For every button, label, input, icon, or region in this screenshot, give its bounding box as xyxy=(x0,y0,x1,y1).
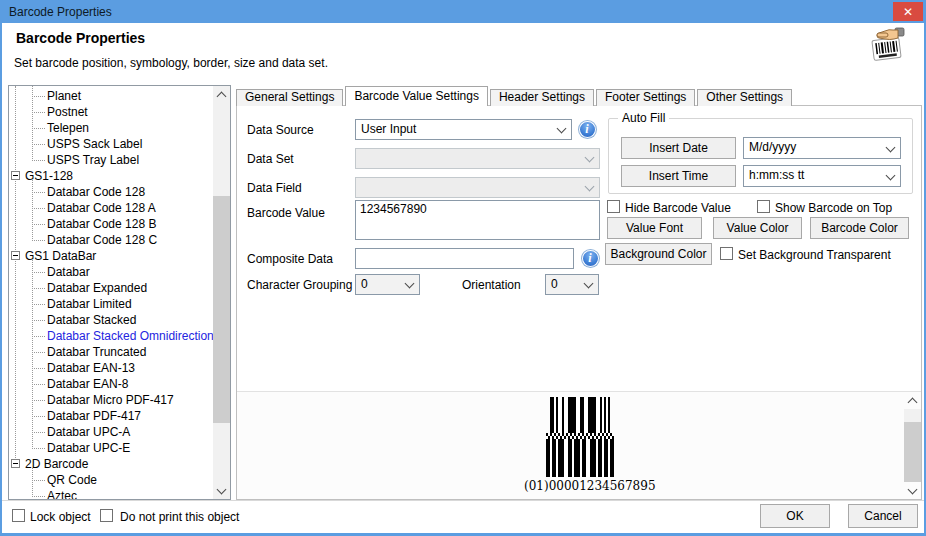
tree-item-databar-code-128[interactable]: Databar Code 128 xyxy=(9,184,213,200)
tab-footer-settings[interactable]: Footer Settings xyxy=(596,89,695,106)
tree-item-databar-upc-a[interactable]: Databar UPC-A xyxy=(9,424,213,440)
hide-barcode-value-checkbox[interactable] xyxy=(607,200,620,213)
tree-connector xyxy=(32,336,45,337)
tree-item-databar[interactable]: Databar xyxy=(9,264,213,280)
preview-scroll-up-icon[interactable] xyxy=(904,392,921,409)
tree-scroll-thumb[interactable] xyxy=(213,196,230,423)
tab-other-settings[interactable]: Other Settings xyxy=(697,89,792,106)
barcode-value-input[interactable] xyxy=(355,200,600,240)
show-barcode-on-top-checkbox[interactable] xyxy=(757,200,770,213)
page-title: Barcode Properties xyxy=(16,30,145,46)
tree-connector xyxy=(32,416,45,417)
barcode-module xyxy=(612,439,614,477)
tab-general-settings[interactable]: General Settings xyxy=(236,89,343,106)
tree-item-gs1-128[interactable]: GS1-128 xyxy=(9,168,213,184)
tree-item-telepen[interactable]: Telepen xyxy=(9,120,213,136)
tab-header-settings[interactable]: Header Settings xyxy=(490,89,594,106)
preview-scroll-thumb[interactable] xyxy=(904,422,921,485)
tree-collapse-icon[interactable] xyxy=(11,171,20,180)
tree-item-label: QR Code xyxy=(47,472,97,488)
barcode-top-row xyxy=(550,397,610,433)
tree-connector xyxy=(32,432,45,433)
tree-item-databar-limited[interactable]: Databar Limited xyxy=(9,296,213,312)
time-format-select[interactable]: h:mm:ss tt xyxy=(743,165,901,187)
tree-connector xyxy=(32,352,45,353)
background-color-button[interactable]: Background Color xyxy=(605,243,712,265)
data-source-info-icon[interactable]: i xyxy=(577,119,597,139)
tree-collapse-icon[interactable] xyxy=(11,251,20,260)
footer-bar: Lock object Do not print this object OK … xyxy=(2,500,924,533)
preview-scroll-down-icon[interactable] xyxy=(904,482,921,499)
tree-item-label: Databar xyxy=(47,264,90,280)
hide-barcode-value-label: Hide Barcode Value xyxy=(625,201,731,215)
preview-scrollbar[interactable] xyxy=(904,392,921,499)
cancel-button[interactable]: Cancel xyxy=(848,504,918,528)
tree-item-databar-expanded[interactable]: Databar Expanded xyxy=(9,280,213,296)
tree-connector xyxy=(32,144,45,145)
date-format-select[interactable]: M/d/yyyy xyxy=(743,137,901,159)
tree-item-postnet[interactable]: Postnet xyxy=(9,104,213,120)
tree-connector xyxy=(32,320,45,321)
tree-connector xyxy=(32,496,45,497)
insert-date-button[interactable]: Insert Date xyxy=(621,137,736,159)
tree-item-label: USPS Tray Label xyxy=(47,152,139,168)
value-color-button[interactable]: Value Color xyxy=(713,217,802,239)
tree-item-usps-sack-label[interactable]: USPS Sack Label xyxy=(9,136,213,152)
tree-item-qr-code[interactable]: QR Code xyxy=(9,472,213,488)
tree-item-databar-ean-8[interactable]: Databar EAN-8 xyxy=(9,376,213,392)
tree-item-label: Planet xyxy=(47,88,81,104)
tree-scrollbar[interactable] xyxy=(213,86,230,499)
tree-item-databar-stacked[interactable]: Databar Stacked xyxy=(9,312,213,328)
tree-scroll-down-icon[interactable] xyxy=(213,482,230,499)
lock-object-checkbox[interactable] xyxy=(12,509,25,522)
tree-item-databar-pdf-417[interactable]: Databar PDF-417 xyxy=(9,408,213,424)
tree-item-label: Databar Stacked Omnidirectional xyxy=(47,328,213,344)
lock-object-label: Lock object xyxy=(30,510,91,524)
data-source-select[interactable]: User Input xyxy=(355,119,572,140)
tree-item-databar-code-128-c[interactable]: Databar Code 128 C xyxy=(9,232,213,248)
orientation-select[interactable]: 0 xyxy=(545,274,599,295)
tree-connector xyxy=(32,304,45,305)
tree-item-planet[interactable]: Planet xyxy=(9,88,213,104)
tree-item-databar-stacked-omnidirectional[interactable]: Databar Stacked Omnidirectional xyxy=(9,328,213,344)
value-font-button[interactable]: Value Font xyxy=(607,217,702,239)
insert-time-button[interactable]: Insert Time xyxy=(621,165,736,187)
tree-item-databar-code-128-b[interactable]: Databar Code 128 B xyxy=(9,216,213,232)
data-set-label: Data Set xyxy=(247,152,294,166)
tree-item-2d-barcode[interactable]: 2D Barcode xyxy=(9,456,213,472)
tree-item-aztec[interactable]: Aztec xyxy=(9,488,213,499)
tab-barcode-value-settings[interactable]: Barcode Value Settings xyxy=(345,86,488,106)
tree-item-label: GS1 DataBar xyxy=(25,248,96,264)
tree-item-label: Databar Code 128 A xyxy=(47,200,156,216)
composite-data-label: Composite Data xyxy=(247,252,333,266)
data-source-label: Data Source xyxy=(247,123,314,137)
tree-connector xyxy=(32,112,45,113)
data-field-label: Data Field xyxy=(247,181,302,195)
tree-item-databar-micro-pdf-417[interactable]: Databar Micro PDF-417 xyxy=(9,392,213,408)
tree-collapse-icon[interactable] xyxy=(11,459,20,468)
tree-connector xyxy=(32,272,45,273)
tree-connector xyxy=(32,208,45,209)
barcode-color-button[interactable]: Barcode Color xyxy=(810,217,909,239)
tree-connector xyxy=(32,448,45,449)
auto-fill-group: Auto Fill Insert Date M/d/yyyy Insert Ti… xyxy=(608,118,913,194)
tree-item-databar-code-128-a[interactable]: Databar Code 128 A xyxy=(9,200,213,216)
tree-item-gs1-databar[interactable]: GS1 DataBar xyxy=(9,248,213,264)
tree-scroll-up-icon[interactable] xyxy=(213,86,230,103)
do-not-print-label: Do not print this object xyxy=(120,510,239,524)
ok-button[interactable]: OK xyxy=(760,504,830,528)
tree-item-usps-tray-label[interactable]: USPS Tray Label xyxy=(9,152,213,168)
tree-item-databar-upc-e[interactable]: Databar UPC-E xyxy=(9,440,213,456)
tree-item-databar-truncated[interactable]: Databar Truncated xyxy=(9,344,213,360)
do-not-print-checkbox[interactable] xyxy=(100,509,113,522)
tree-item-databar-ean-13[interactable]: Databar EAN-13 xyxy=(9,360,213,376)
title-bar[interactable]: Barcode Properties ✕ xyxy=(0,0,926,23)
tree-connector xyxy=(32,384,45,385)
close-icon[interactable]: ✕ xyxy=(893,2,923,21)
set-background-transparent-checkbox[interactable] xyxy=(720,247,733,260)
barcode-bottom-row xyxy=(546,439,614,477)
composite-data-input[interactable] xyxy=(355,248,574,269)
character-grouping-select[interactable]: 0 xyxy=(355,274,420,295)
tree-item-label: Databar Code 128 B xyxy=(47,216,156,232)
composite-data-info-icon[interactable]: i xyxy=(580,248,600,268)
